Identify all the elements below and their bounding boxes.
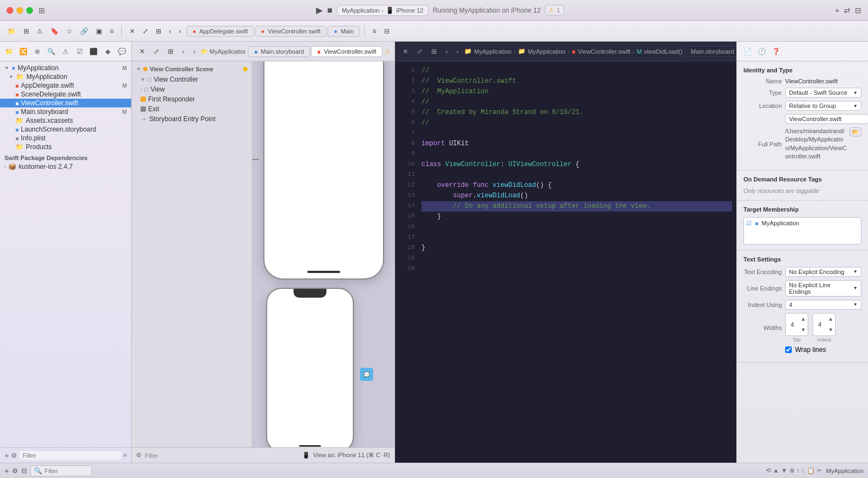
tree-item-infoplist[interactable]: ■ Info.plist xyxy=(0,134,131,143)
filter-icon[interactable]: ⚙ xyxy=(136,452,142,459)
sb-grid-btn[interactable]: ⊞ xyxy=(165,47,177,56)
scheme-selector[interactable]: MyApplication › 📱 iPhone 12 xyxy=(337,5,429,16)
storyboard-canvas[interactable]: View Controller xyxy=(252,61,394,447)
grid2-btn[interactable]: ⊞ xyxy=(153,26,165,36)
add-status-btn[interactable]: + xyxy=(4,466,9,475)
code-expand-btn[interactable]: ⤢ xyxy=(414,47,426,56)
sb-expand-btn[interactable]: ⤢ xyxy=(150,47,162,56)
expand-btn[interactable]: ⤢ xyxy=(139,26,151,36)
tab-viewcontroller[interactable]: ● ViewController.swift xyxy=(255,26,327,37)
nav-report-btn[interactable]: 💬 xyxy=(116,45,128,58)
scene-chevron-icon[interactable]: ▼ xyxy=(136,66,141,72)
code-content[interactable]: 1 2 3 4 5 6 7 8 9 10 11 12 13 14 15 16 1… xyxy=(395,61,736,463)
target-checkbox[interactable]: ☑ xyxy=(746,220,752,227)
list2-btn[interactable]: ≡ xyxy=(369,26,380,36)
filter-options-icon[interactable]: ≡ xyxy=(123,452,127,458)
insp-help-btn[interactable]: ❓ xyxy=(770,45,782,58)
nav-debug-btn[interactable]: ⬛ xyxy=(88,45,100,58)
nav-test-btn[interactable]: ☑ xyxy=(74,45,86,58)
filter-status-btn[interactable]: ⊟ xyxy=(21,467,27,475)
nav-breakpoint-btn[interactable]: ◆ xyxy=(102,45,114,58)
nav-icon-2[interactable]: ▲ xyxy=(773,467,779,474)
folder-icon-btn[interactable]: 📁 xyxy=(4,26,19,36)
encoding-dropdown[interactable]: No Explicit Encoding ▼ xyxy=(785,267,861,277)
wrap-checkbox[interactable] xyxy=(785,346,792,353)
panel-toggle-icon[interactable]: ⊟ xyxy=(855,6,861,15)
location-file-input[interactable] xyxy=(785,114,868,124)
star-btn[interactable]: ☆ xyxy=(63,26,76,36)
nav-icon-4[interactable]: ⊕ xyxy=(790,467,794,474)
sb-tab-vc[interactable]: ■ ViewController.swift xyxy=(311,46,382,57)
close-tab-btn[interactable]: ✕ xyxy=(126,26,138,36)
nav-icon-7[interactable]: 📋 xyxy=(807,467,815,474)
add-icon[interactable]: + xyxy=(835,6,839,15)
filter-input[interactable] xyxy=(19,451,121,460)
sb-back-btn[interactable]: ‹ xyxy=(179,47,188,56)
run-button[interactable]: ▶ xyxy=(316,5,323,15)
nav-icon-3[interactable]: ▼ xyxy=(781,467,787,474)
tree-item-assets[interactable]: 📁 Assets.xcassets xyxy=(0,116,131,125)
bookmark-btn[interactable]: 🔖 xyxy=(47,26,62,36)
indent-stepper[interactable]: 4 ▲ ▼ xyxy=(813,313,836,336)
insp-file-icon-btn[interactable]: 📄 xyxy=(741,45,753,58)
tree-item-myapp[interactable]: ▼ 📁 MyApplication xyxy=(0,72,131,81)
code-text[interactable]: // // ViewController.swift // MyApplicat… xyxy=(417,61,736,463)
sb-tab-main[interactable]: ■ Main.storyboard xyxy=(248,46,310,57)
code-close-btn[interactable]: ✕ xyxy=(399,47,412,56)
code-forward-btn[interactable]: › xyxy=(453,47,462,56)
tab-stepper[interactable]: 4 ▲ ▼ xyxy=(785,313,808,336)
nav-icon-5[interactable]: ↑ xyxy=(797,467,800,474)
warning-btn[interactable]: ⚠ xyxy=(33,26,46,36)
split2-btn[interactable]: ⊟ xyxy=(381,26,393,36)
indent-increment-btn[interactable]: ▲ xyxy=(826,314,835,325)
status-icon-btn[interactable]: ⚙ xyxy=(12,467,18,475)
tab-appdelegate[interactable]: ● AppDelegate.swift xyxy=(187,26,254,37)
link-btn[interactable]: 🔗 xyxy=(77,26,92,36)
tab-decrement-btn[interactable]: ▼ xyxy=(799,325,808,335)
scene-item-exit[interactable]: Exit xyxy=(132,104,252,114)
scene-item-view[interactable]: › □ View xyxy=(132,84,252,94)
tree-item-root[interactable]: ▼ ● MyApplication M xyxy=(0,64,131,72)
tab-main[interactable]: ● Main xyxy=(328,26,360,37)
fullpath-reveal-btn[interactable]: 📂 xyxy=(849,127,861,136)
nav-icon-6[interactable]: ↕ xyxy=(802,467,805,474)
tree-item-appdelegate[interactable]: ■ AppDelegate.swift M xyxy=(0,81,131,90)
sidebar-toggle-icon[interactable]: ⊞ xyxy=(38,6,45,15)
tree-item-products[interactable]: 📁 Products xyxy=(0,143,131,151)
sb-forward-btn[interactable]: › xyxy=(190,47,199,56)
list-btn[interactable]: ≡ xyxy=(106,26,117,36)
back-btn[interactable]: ‹ xyxy=(166,26,174,36)
tab-increment-btn[interactable]: ▲ xyxy=(799,314,808,325)
tree-item-mainstoryboard[interactable]: ■ Main.storyboard M xyxy=(0,107,131,116)
status-filter-input[interactable] xyxy=(44,468,88,474)
tree-item-launchscreen[interactable]: ■ LaunchScreen.storyboard xyxy=(0,125,131,134)
insp-history-btn[interactable]: 🕐 xyxy=(756,45,768,58)
close-button[interactable] xyxy=(7,7,13,14)
scene-item-entrypoint[interactable]: → Storyboard Entry Point xyxy=(132,114,252,124)
tree-item-kustomer[interactable]: › 📦 kustomer-ios 2.4.7 xyxy=(0,162,131,171)
tree-item-scenedelegate[interactable]: ■ SceneDelegate.swift xyxy=(0,90,131,99)
nav-folder-btn[interactable]: 📁 xyxy=(3,45,15,58)
fullscreen-button[interactable] xyxy=(26,7,33,14)
scene-item-firstresponder[interactable]: First Responder xyxy=(132,94,252,104)
code-back-btn[interactable]: ‹ xyxy=(442,47,451,56)
nav-search-btn[interactable]: 🔍 xyxy=(46,45,58,58)
scene-item-vc[interactable]: ▼ □ View Controller xyxy=(132,75,252,84)
sb-close-btn[interactable]: ✕ xyxy=(136,47,148,56)
filter-icon[interactable]: ⚙ xyxy=(11,452,17,459)
tree-item-viewcontroller[interactable]: ■ ViewController.swift xyxy=(0,99,131,107)
stop-button[interactable]: ■ xyxy=(327,5,332,15)
code-grid-btn[interactable]: ⊞ xyxy=(428,47,440,56)
nav-source-btn[interactable]: 🔀 xyxy=(18,45,30,58)
split-icon[interactable]: ⇄ xyxy=(844,6,850,15)
line-endings-dropdown[interactable]: No Explicit Line Endings ▼ xyxy=(785,280,861,297)
grid-btn[interactable]: ⊞ xyxy=(20,26,32,36)
indent-decrement-btn[interactable]: ▼ xyxy=(826,325,835,335)
nav-issue-btn[interactable]: ⚠ xyxy=(60,45,72,58)
nav-symbol-btn[interactable]: ⊕ xyxy=(31,45,43,58)
indent-using-dropdown[interactable]: 4 ▼ xyxy=(785,300,861,310)
code-tab-main[interactable]: Main.storyboard xyxy=(685,46,736,57)
nav-icon-8[interactable]: ✂ xyxy=(817,467,822,474)
nav-icon-1[interactable]: ⟲ xyxy=(766,467,771,474)
warning-badge[interactable]: ⚠ 1 xyxy=(545,5,563,15)
